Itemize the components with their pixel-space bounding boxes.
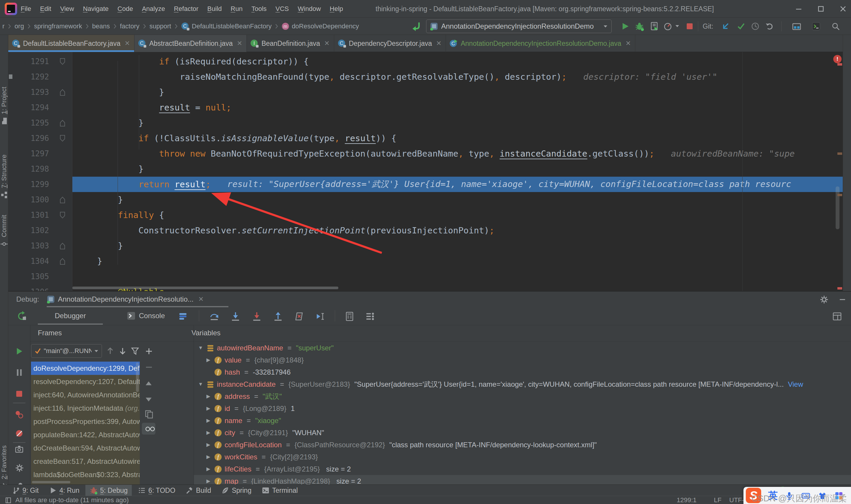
editor-tab[interactable]: IBeanDefinition.java✕	[247, 35, 334, 52]
menu-build[interactable]: Build	[207, 5, 222, 13]
menu-window[interactable]: Window	[298, 5, 321, 13]
toolwindow-button-terminal[interactable]: Terminal	[257, 485, 302, 496]
frame-up-icon[interactable]	[106, 346, 115, 355]
force-step-into-icon[interactable]	[252, 311, 261, 321]
warning-stripe-mark[interactable]	[837, 194, 842, 196]
frames-scrollbar[interactable]	[136, 362, 139, 392]
maximize-button-icon[interactable]	[813, 2, 828, 15]
stack-frame[interactable]: postProcessProperties:399, AutowiredAnn	[31, 415, 140, 428]
mute-breakpoints-icon[interactable]	[15, 429, 24, 438]
tool-strip-structure[interactable]: 7: Structure	[0, 155, 8, 199]
chevron-collapsed-icon[interactable]: ▶	[205, 466, 212, 472]
chevron-collapsed-icon[interactable]: ▶	[205, 454, 212, 460]
thread-dump-icon[interactable]	[15, 445, 24, 454]
editor-tab[interactable]: CAnnotationDependencyInjectionResolution…	[446, 35, 635, 52]
add-watch-icon[interactable]	[144, 346, 153, 356]
search-everywhere-icon[interactable]	[831, 22, 840, 31]
variable-row[interactable]: ▶flifeCities = {ArrayList@2195} size = 2	[194, 463, 851, 475]
profiler-button-icon[interactable]	[663, 22, 672, 31]
breadcrumb-item[interactable]: support	[149, 22, 171, 30]
editor-tab[interactable]: CDependencyDescriptor.java✕	[334, 35, 446, 52]
frames-filter-icon[interactable]	[131, 346, 140, 355]
minimize-button-icon[interactable]	[791, 2, 806, 15]
step-out-icon[interactable]	[273, 311, 283, 321]
breadcrumb-item[interactable]: org	[15, 22, 24, 30]
remove-watch-icon[interactable]	[144, 362, 153, 372]
pause-icon[interactable]	[15, 368, 24, 377]
chevron-expanded-icon[interactable]: ▼	[197, 381, 204, 387]
stack-frame[interactable]: populateBean:1422, AbstractAutowireCapa	[31, 428, 140, 442]
toolwindow-button-git[interactable]: 9: Git	[8, 485, 43, 496]
close-button-icon[interactable]	[836, 2, 850, 15]
menu-vcs[interactable]: VCS	[275, 5, 289, 13]
gutter-line-number[interactable]: 1305	[8, 269, 72, 284]
debug-session-tab[interactable]: AnnotationDependencyInjectionResolutio..…	[47, 292, 204, 307]
view-breakpoints-icon[interactable]	[15, 410, 24, 419]
chevron-collapsed-icon[interactable]: ▶	[205, 417, 212, 424]
resume-icon[interactable]	[15, 346, 24, 356]
chevron-collapsed-icon[interactable]: ▶	[205, 357, 212, 363]
menu-help[interactable]: Help	[330, 5, 343, 13]
menu-edit[interactable]: Edit	[40, 5, 51, 13]
vcs-update-icon[interactable]	[721, 22, 730, 31]
threads-view-icon[interactable]	[178, 312, 188, 321]
gutter-line-number[interactable]: 1300	[8, 192, 72, 208]
stop-button-icon[interactable]	[685, 22, 694, 31]
run-configuration-select[interactable]: AnnotationDependencyInjectionResolutionD…	[426, 19, 612, 33]
breadcrumb-item[interactable]: mdoResolveDependency	[282, 22, 359, 30]
variable-row[interactable]: ▶fid = {Long@2189} 1	[194, 402, 851, 414]
gutter-line-number[interactable]: 1306	[8, 284, 72, 291]
menu-tools[interactable]: Tools	[251, 5, 267, 13]
stack-frame[interactable]: resolveDependency:1207, DefaultListableB	[31, 375, 140, 388]
stack-frame[interactable]: inject:116, InjectionMetadata (org.sprin…	[31, 401, 140, 415]
terminal-run-icon[interactable]	[811, 22, 821, 31]
tool-strip-project[interactable]: 1: Project	[0, 87, 8, 125]
move-up-icon[interactable]	[144, 379, 153, 389]
code-editor[interactable]: 1291if (isRequired(descriptor)) {1292rai…	[8, 52, 843, 291]
settings-gear-icon[interactable]	[819, 294, 829, 304]
run-to-cursor-icon[interactable]	[315, 311, 325, 321]
move-down-icon[interactable]	[144, 395, 153, 404]
tool-strip-favorites[interactable]: 2: Favorites	[0, 446, 8, 490]
gutter-line-number[interactable]: 1299	[8, 177, 72, 192]
stack-frame[interactable]: createBean:517, AbstractAutowireCapable	[31, 455, 140, 468]
chevron-collapsed-icon[interactable]: ▶	[205, 478, 212, 484]
warning-stripe-mark[interactable]	[837, 152, 842, 155]
rerun-icon[interactable]	[17, 311, 26, 321]
gutter-line-number[interactable]: 1301	[8, 208, 72, 223]
variable-row[interactable]: ▶fworkCities = {City[2]@2193}	[194, 451, 851, 463]
close-icon[interactable]: ✕	[626, 40, 631, 47]
hide-panel-icon[interactable]	[837, 294, 847, 304]
stack-frame[interactable]: inject:640, AutowiredAnnotationBeanPost	[31, 388, 140, 401]
caret-position[interactable]: 1299:1	[677, 496, 696, 504]
gutter-line-number[interactable]: 1303	[8, 238, 72, 253]
chevron-expanded-icon[interactable]: ▼	[197, 345, 204, 351]
coverage-button-icon[interactable]	[650, 22, 659, 31]
debug-button-icon[interactable]	[635, 22, 644, 31]
error-stripe-mark[interactable]	[837, 287, 842, 289]
fold-marker-icon[interactable]	[59, 135, 66, 142]
variable-row[interactable]: ▶fvalue = {char[9]@1848}	[194, 354, 851, 366]
vcs-commit-icon[interactable]	[736, 22, 746, 31]
chevron-collapsed-icon[interactable]: ▶	[205, 393, 212, 399]
code-line-1299[interactable]: 1299return result;result: "SuperUser{add…	[8, 177, 843, 192]
status-widget-icon[interactable]	[4, 496, 13, 504]
toolwindow-button-build[interactable]: Build	[181, 485, 215, 496]
variable-row[interactable]: ▶faddress = "武汉"	[194, 390, 851, 402]
close-icon[interactable]: ✕	[124, 40, 130, 47]
stack-frame[interactable]: doCreateBean:594, AbstractAutowireCapab	[31, 442, 140, 455]
debugger-settings-icon[interactable]	[365, 311, 375, 321]
breadcrumb-item[interactable]: factory	[120, 22, 140, 30]
error-indicator-badge[interactable]: !	[833, 55, 841, 63]
fold-marker-icon[interactable]	[59, 58, 66, 65]
shelf-icon[interactable]	[792, 22, 801, 31]
frames-horizontal-scrollbar[interactable]	[32, 481, 70, 483]
menu-view[interactable]: View	[60, 5, 74, 13]
duplicate-watch-icon[interactable]	[144, 409, 153, 419]
code-line-1301[interactable]: 1301finally {	[8, 208, 843, 223]
debug-tab-debugger[interactable]: Debugger	[38, 308, 103, 324]
code-line-1295[interactable]: 1295}	[8, 115, 843, 130]
vcs-rollback-icon[interactable]	[765, 22, 774, 31]
variable-row[interactable]: ▼autowiredBeanName = "superUser"	[194, 342, 851, 354]
gutter-line-number[interactable]: 1295	[8, 115, 72, 130]
